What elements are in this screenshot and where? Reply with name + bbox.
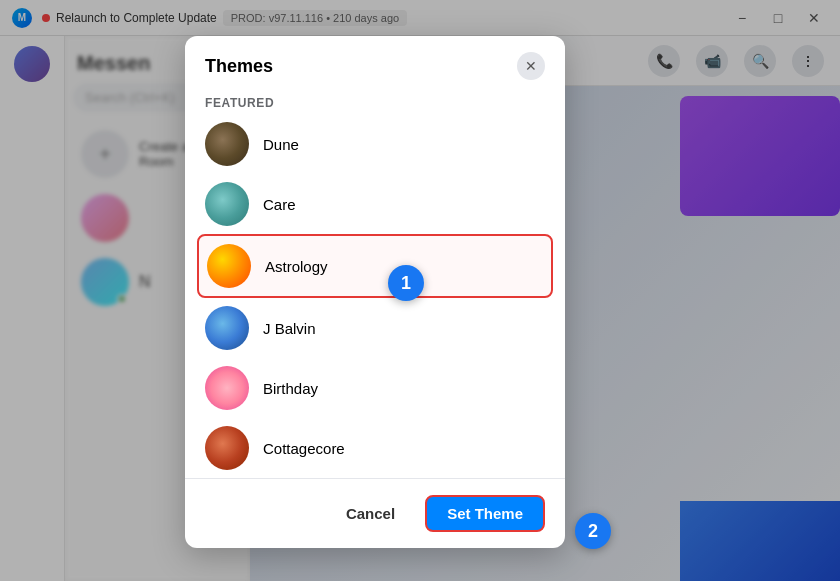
theme-item-dune[interactable]: Dune (197, 114, 553, 174)
theme-item-cottagecore[interactable]: Cottagecore (197, 418, 553, 478)
theme-item-jbalvin[interactable]: J Balvin (197, 298, 553, 358)
badge-2: 2 (575, 513, 611, 549)
theme-swatch-care (205, 182, 249, 226)
modal-footer: Cancel Set Theme (185, 478, 565, 548)
theme-name-care: Care (263, 196, 296, 213)
theme-name-dune: Dune (263, 136, 299, 153)
theme-swatch-dune (205, 122, 249, 166)
theme-list: Dune Care Astrology J Balvin Birthday Co… (185, 114, 565, 478)
set-theme-button[interactable]: Set Theme (425, 495, 545, 532)
theme-name-cottagecore: Cottagecore (263, 440, 345, 457)
theme-swatch-astrology (207, 244, 251, 288)
modal-header: Themes ✕ (185, 36, 565, 88)
theme-name-jbalvin: J Balvin (263, 320, 316, 337)
theme-item-birthday[interactable]: Birthday (197, 358, 553, 418)
theme-name-astrology: Astrology (265, 258, 328, 275)
theme-item-astrology[interactable]: Astrology (197, 234, 553, 298)
theme-name-birthday: Birthday (263, 380, 318, 397)
theme-swatch-birthday (205, 366, 249, 410)
modal-section-label: FEATURED (185, 88, 565, 114)
modal-close-button[interactable]: ✕ (517, 52, 545, 80)
themes-modal: Themes ✕ FEATURED Dune Care Astrology J … (185, 36, 565, 548)
badge-1: 1 (388, 265, 424, 301)
cancel-button[interactable]: Cancel (326, 495, 415, 532)
theme-item-care[interactable]: Care (197, 174, 553, 234)
modal-title: Themes (205, 56, 273, 77)
theme-swatch-jbalvin (205, 306, 249, 350)
theme-swatch-cottagecore (205, 426, 249, 470)
